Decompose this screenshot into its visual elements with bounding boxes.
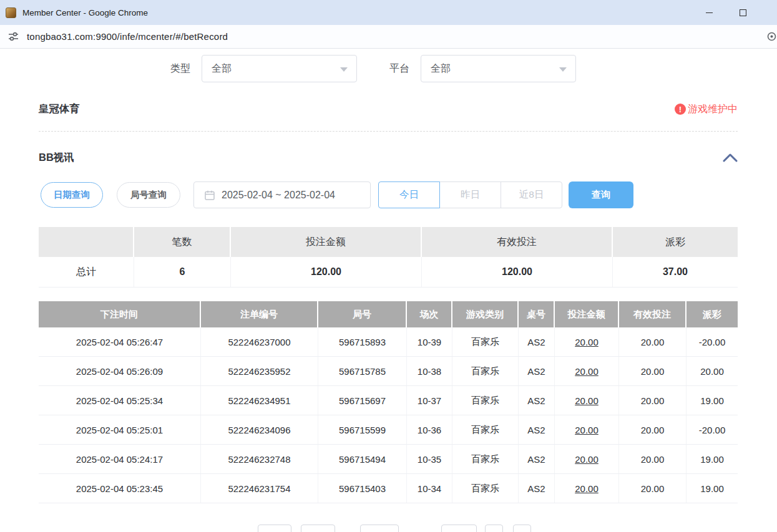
- table-row: 2025-02-04 05:24:17 522246232748 5967154…: [39, 445, 738, 474]
- bet-record-page: 类型 全部 平台 全部 皇冠体育 ! 游戏维护中 BB视讯 日期查询 局号查询: [0, 55, 777, 532]
- alert-icon: !: [675, 104, 686, 115]
- bet-amount-link[interactable]: 20.00: [555, 415, 619, 444]
- payout-cell: -20.00: [687, 415, 738, 444]
- col-header-session: 场次: [407, 301, 452, 327]
- bet-time-cell: 2025-02-04 05:26:09: [39, 357, 201, 385]
- order-id-cell: 522246231754: [201, 474, 318, 503]
- valid-bet-cell: 20.00: [619, 445, 687, 473]
- round-id-cell: 596715893: [318, 327, 407, 356]
- round-id-cell: 596715494: [318, 445, 407, 473]
- bet-time-cell: 2025-02-04 05:23:45: [39, 474, 201, 503]
- session-cell: 10-37: [407, 386, 452, 415]
- summary-header-bet-amount: 投注金额: [231, 227, 422, 257]
- col-header-game-type: 游戏类别: [452, 301, 519, 327]
- type-select-value: 全部: [212, 62, 232, 75]
- yesterday-button[interactable]: 昨日: [439, 181, 501, 208]
- valid-bet-cell: 20.00: [619, 327, 687, 356]
- chevron-down-icon: [559, 67, 567, 72]
- chevron-up-icon: [723, 153, 738, 162]
- bet-amount-link[interactable]: 20.00: [555, 474, 619, 503]
- platform-select[interactable]: 全部: [421, 55, 576, 82]
- table-no-cell: AS2: [519, 357, 555, 385]
- maintenance-badge: ! 游戏维护中: [675, 103, 738, 116]
- round-query-tab[interactable]: 局号查询: [117, 182, 180, 208]
- summary-header-valid-bet: 有效投注: [422, 227, 613, 257]
- table-row: 2025-02-04 05:23:45 522246231754 5967154…: [39, 474, 738, 503]
- pagination-button[interactable]: [441, 525, 477, 532]
- valid-bet-cell: 20.00: [619, 386, 687, 415]
- table-row: 2025-02-04 05:26:47 522246237000 5967158…: [39, 327, 738, 357]
- bet-records-table: 下注时间 注单编号 局号 场次 游戏类别 桌号 投注金额 有效投注 派彩 202…: [39, 301, 738, 503]
- bet-time-cell: 2025-02-04 05:26:47: [39, 327, 201, 356]
- collapse-button[interactable]: [723, 153, 738, 162]
- bet-table-body: 2025-02-04 05:26:47 522246237000 5967158…: [39, 327, 738, 503]
- minimize-button[interactable]: [695, 0, 723, 25]
- payout-cell: -20.00: [687, 327, 738, 356]
- calendar-icon: [205, 190, 215, 200]
- table-no-cell: AS2: [519, 474, 555, 503]
- order-id-cell: 522246232748: [201, 445, 318, 473]
- recent-8-days-button[interactable]: 近8日: [501, 181, 562, 208]
- col-header-table-no: 桌号: [519, 301, 555, 327]
- valid-bet-cell: 20.00: [619, 357, 687, 385]
- minimize-icon: [706, 12, 713, 13]
- maximize-icon: [740, 9, 746, 16]
- pagination-button[interactable]: [301, 525, 335, 532]
- pagination-button[interactable]: [485, 525, 503, 532]
- session-cell: 10-34: [407, 474, 452, 503]
- round-id-cell: 596715785: [318, 357, 407, 385]
- pagination-button[interactable]: [360, 525, 399, 532]
- today-button[interactable]: 今日: [378, 181, 440, 208]
- dashed-divider: [39, 131, 738, 132]
- site-settings-icon[interactable]: [8, 31, 19, 42]
- pagination-button[interactable]: [258, 525, 291, 532]
- url-bar[interactable]: tongbao31.com:9900/infe/mcenter/#/betRec…: [0, 25, 777, 49]
- summary-total-label: 总计: [39, 257, 134, 287]
- game-type-cell: 百家乐: [452, 327, 519, 356]
- payout-cell: 19.00: [687, 386, 738, 415]
- summary-header-blank: [39, 227, 134, 257]
- pagination-button[interactable]: [513, 525, 531, 532]
- col-header-order-id: 注单编号: [201, 301, 318, 327]
- pagination: [258, 525, 738, 532]
- maintenance-text: 游戏维护中: [688, 103, 738, 116]
- summary-payout-value: 37.00: [613, 257, 738, 287]
- date-query-tab[interactable]: 日期查询: [41, 182, 103, 208]
- bet-amount-link[interactable]: 20.00: [555, 386, 619, 415]
- col-header-time: 下注时间: [39, 301, 201, 327]
- table-no-cell: AS2: [519, 415, 555, 444]
- table-no-cell: AS2: [519, 445, 555, 473]
- platform-filter-label: 平台: [389, 62, 409, 75]
- quick-range-group: 今日 昨日 近8日: [378, 181, 562, 208]
- table-row: 2025-02-04 05:25:34 522246234951 5967156…: [39, 386, 738, 415]
- bb-video-title: BB视讯: [39, 151, 74, 165]
- valid-bet-cell: 20.00: [619, 474, 687, 503]
- valid-bet-cell: 20.00: [619, 415, 687, 444]
- filter-row: 类型 全部 平台 全部: [170, 55, 738, 82]
- game-type-cell: 百家乐: [452, 415, 519, 444]
- bet-amount-link[interactable]: 20.00: [555, 327, 619, 356]
- url-bar-right-icon[interactable]: [767, 32, 776, 44]
- address-url[interactable]: tongbao31.com:9900/infe/mcenter/#/betRec…: [27, 31, 228, 42]
- order-id-cell: 522246237000: [201, 327, 318, 356]
- order-id-cell: 522246234096: [201, 415, 318, 444]
- col-header-payout: 派彩: [687, 301, 738, 327]
- search-button[interactable]: 查询: [569, 181, 633, 208]
- bet-amount-link[interactable]: 20.00: [555, 357, 619, 385]
- window-titlebar: Member Center - Google Chrome: [0, 0, 777, 25]
- payout-cell: 19.00: [687, 474, 738, 503]
- type-select[interactable]: 全部: [202, 55, 357, 82]
- date-range-picker[interactable]: 2025-02-04 ~ 2025-02-04: [193, 181, 371, 208]
- col-header-round-id: 局号: [318, 301, 407, 327]
- bet-amount-link[interactable]: 20.00: [555, 445, 619, 473]
- summary-table: 笔数 投注金额 有效投注 派彩 总计 6 120.00 120.00 37.00: [39, 227, 738, 288]
- query-toolbar: 日期查询 局号查询 2025-02-04 ~ 2025-02-04 今日 昨日 …: [39, 181, 738, 208]
- bb-video-section: BB视讯: [39, 151, 738, 165]
- bet-table-header-row: 下注时间 注单编号 局号 场次 游戏类别 桌号 投注金额 有效投注 派彩: [39, 301, 738, 327]
- game-type-cell: 百家乐: [452, 445, 519, 473]
- app-window-icon: [6, 7, 16, 18]
- summary-total-row: 总计 6 120.00 120.00 37.00: [39, 257, 738, 288]
- window-title: Member Center - Google Chrome: [22, 8, 148, 17]
- maximize-button[interactable]: [728, 0, 757, 25]
- chevron-down-icon: [340, 67, 348, 72]
